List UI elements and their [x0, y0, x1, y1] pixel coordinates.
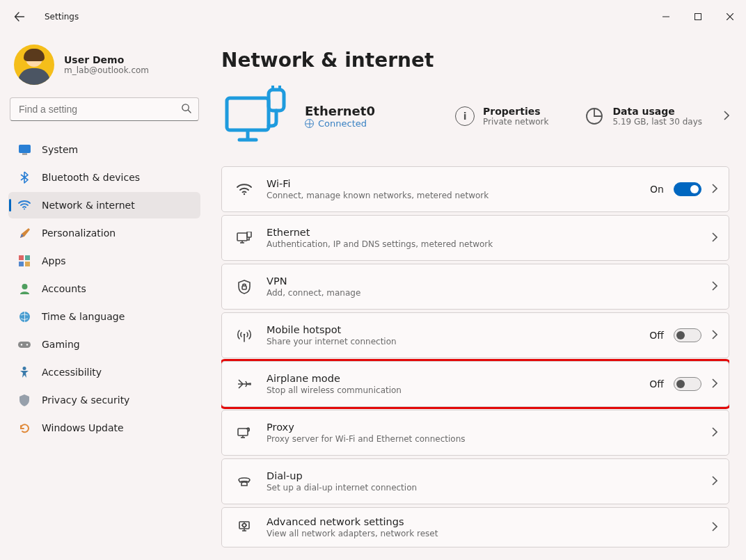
card-sub: Authentication, IP and DNS settings, met… [267, 239, 711, 249]
data-usage-icon [585, 106, 604, 126]
card-proxy[interactable]: Proxy Proxy server for Wi-Fi and Etherne… [221, 410, 729, 456]
paintbrush-icon [18, 227, 31, 239]
ethernet-status-icon [224, 86, 288, 147]
window-title: Settings [45, 12, 79, 22]
search-box[interactable] [10, 97, 199, 121]
svg-rect-9 [25, 262, 30, 266]
sidebar: User Demo m_lab@outlook.com System [0, 33, 209, 560]
network-adapter-icon [235, 520, 254, 534]
svg-rect-27 [247, 232, 251, 237]
sidebar-item-time[interactable]: Time & language [8, 303, 200, 330]
sidebar-item-gaming[interactable]: Gaming [8, 331, 200, 358]
svg-rect-6 [19, 255, 24, 260]
sidebar-item-accessibility[interactable]: Accessibility [8, 359, 200, 385]
card-airplane[interactable]: Airplane mode Stop all wireless communic… [221, 361, 729, 407]
properties-link[interactable]: i Properties Private network [455, 106, 548, 127]
maximize-icon [695, 13, 701, 20]
back-button[interactable] [6, 3, 33, 31]
status-row: Ethernet0 Connected i Properties Private… [221, 86, 729, 147]
svg-rect-12 [18, 342, 31, 348]
card-vpn[interactable]: VPN Add, connect, manage [221, 264, 729, 310]
properties-sub: Private network [483, 117, 548, 127]
card-sub: Set up a dial-up internet connection [267, 483, 711, 493]
update-icon [18, 422, 31, 434]
card-title: Dial-up [267, 470, 711, 481]
svg-point-5 [24, 209, 25, 210]
card-title: Airplane mode [267, 373, 649, 384]
chevron-right-icon [711, 522, 717, 534]
card-hotspot[interactable]: Mobile hotspot Share your internet conne… [221, 312, 729, 358]
sidebar-item-bluetooth[interactable]: Bluetooth & devices [8, 164, 200, 191]
maximize-button[interactable] [682, 6, 714, 28]
svg-rect-24 [237, 233, 247, 241]
connection-name: Ethernet0 [305, 104, 375, 118]
svg-point-2 [182, 104, 189, 111]
card-sub: Add, connect, manage [267, 288, 711, 298]
sidebar-item-privacy[interactable]: Privacy & security [8, 387, 200, 413]
chevron-right-icon [723, 111, 729, 122]
data-usage-link[interactable]: Data usage 5.19 GB, last 30 days [585, 106, 729, 127]
connection-status: Connected [305, 118, 375, 129]
sidebar-item-label: Apps [42, 255, 66, 266]
card-wifi[interactable]: Wi-Fi Connect, manage known networks, me… [221, 166, 729, 212]
chevron-right-icon [711, 427, 717, 439]
ethernet-icon [235, 232, 254, 244]
wifi-icon [18, 199, 31, 211]
sidebar-item-label: Privacy & security [42, 394, 129, 406]
search-input[interactable] [17, 103, 181, 115]
main-content: Network & internet Ethernet0 [209, 33, 746, 560]
svg-rect-19 [269, 90, 284, 111]
sidebar-item-label: Bluetooth & devices [42, 172, 140, 183]
svg-rect-1 [695, 14, 701, 20]
svg-point-10 [22, 284, 27, 289]
phone-icon [235, 476, 254, 487]
card-sub: View all network adapters, network reset [267, 529, 711, 538]
settings-cards: Wi-Fi Connect, manage known networks, me… [221, 166, 729, 547]
chevron-right-icon [711, 330, 717, 342]
window-controls [650, 6, 746, 28]
svg-point-37 [243, 524, 246, 527]
page-title: Network & internet [221, 49, 729, 72]
svg-rect-16 [227, 98, 269, 130]
arrow-left-icon [14, 11, 25, 22]
svg-rect-4 [22, 153, 27, 154]
card-ethernet[interactable]: Ethernet Authentication, IP and DNS sett… [221, 215, 729, 261]
avatar [14, 45, 54, 85]
toggle-label: On [650, 184, 664, 195]
svg-rect-31 [238, 429, 248, 435]
sidebar-item-system[interactable]: System [8, 136, 200, 163]
data-usage-sub: 5.19 GB, last 30 days [612, 117, 702, 127]
svg-rect-7 [25, 255, 30, 260]
minimize-button[interactable] [650, 6, 682, 28]
card-title: VPN [267, 275, 711, 287]
bluetooth-icon [18, 171, 31, 184]
sidebar-item-update[interactable]: Windows Update [8, 415, 200, 441]
card-title: Advanced network settings [267, 516, 711, 527]
properties-title: Properties [483, 106, 548, 117]
card-advanced[interactable]: Advanced network settings View all netwo… [221, 507, 729, 547]
svg-rect-28 [242, 286, 246, 289]
sidebar-item-apps[interactable]: Apps [8, 248, 200, 274]
airplane-toggle[interactable] [674, 377, 701, 391]
sidebar-item-personalization[interactable]: Personalization [8, 220, 200, 246]
chevron-right-icon [711, 281, 717, 293]
search-icon [181, 103, 191, 115]
globe-icon [305, 119, 314, 128]
card-title: Proxy [267, 422, 711, 433]
close-button[interactable] [714, 6, 746, 28]
hotspot-toggle[interactable] [674, 328, 701, 342]
svg-rect-8 [19, 262, 24, 266]
sidebar-item-label: Personalization [42, 227, 116, 239]
chevron-right-icon [711, 476, 717, 488]
data-usage-title: Data usage [612, 106, 702, 117]
sidebar-item-label: Network & internet [42, 200, 135, 211]
wifi-toggle[interactable] [674, 182, 701, 196]
sidebar-item-accounts[interactable]: Accounts [8, 275, 200, 302]
profile-block[interactable]: User Demo m_lab@outlook.com [8, 39, 200, 97]
sidebar-item-network[interactable]: Network & internet [8, 192, 200, 218]
card-dialup[interactable]: Dial-up Set up a dial-up internet connec… [221, 458, 729, 504]
person-icon [18, 282, 31, 295]
connection-status-label: Connected [318, 118, 367, 129]
sidebar-item-label: Accessibility [42, 367, 102, 378]
shield-lock-icon [235, 280, 254, 294]
